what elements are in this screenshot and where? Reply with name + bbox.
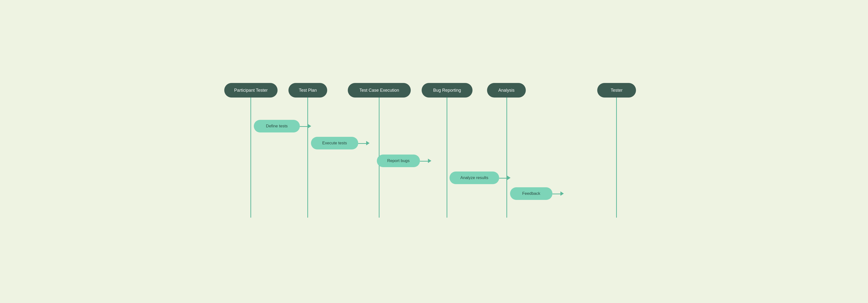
diagram-container: Participant Tester Test Plan Test Case E… — [217, 76, 651, 227]
arrow-3 — [428, 159, 431, 163]
header-analysis: Analysis — [487, 83, 526, 98]
header-participant-tester: Participant Tester — [224, 83, 278, 98]
activity-define-tests: Define tests — [254, 120, 300, 133]
activity-analyze-results: Analyze results — [450, 171, 499, 184]
arrow-5 — [560, 191, 564, 196]
arrow-1 — [308, 124, 311, 128]
header-bug-reporting: Bug Reporting — [422, 83, 472, 98]
header-test-case-execution: Test Case Execution — [348, 83, 411, 98]
vline-analysis — [506, 98, 507, 218]
arrow-2 — [366, 141, 370, 145]
activity-execute-tests: Execute tests — [311, 137, 358, 149]
activity-feedback: Feedback — [510, 187, 552, 200]
arrow-4 — [507, 176, 510, 180]
header-test-plan: Test Plan — [288, 83, 327, 98]
header-tester: Tester — [597, 83, 636, 98]
activity-report-bugs: Report bugs — [377, 155, 420, 167]
vline-testplan — [307, 98, 308, 218]
vline-participant — [250, 98, 251, 218]
vline-bugreport — [446, 98, 447, 218]
vline-tester — [616, 98, 617, 218]
